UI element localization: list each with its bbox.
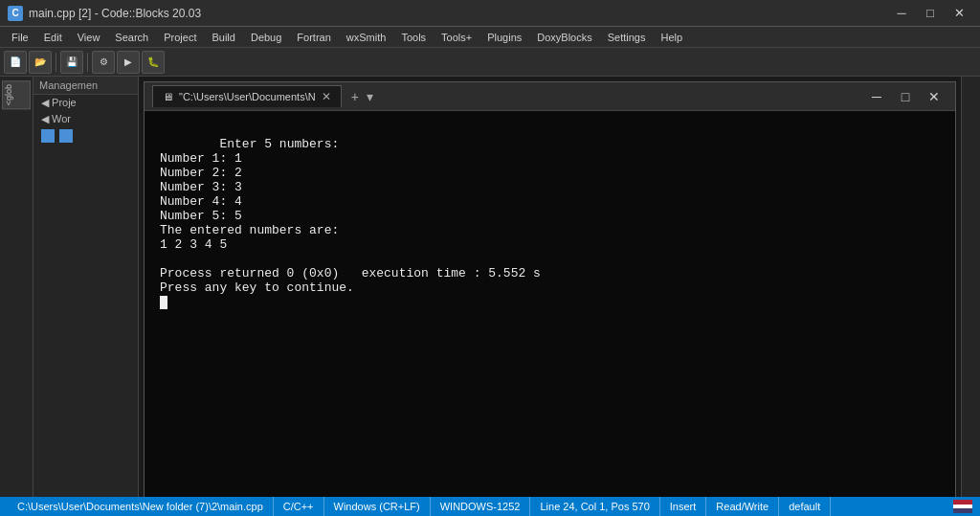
toolbar-new-button[interactable]: 📄	[4, 51, 27, 74]
menu-project[interactable]: Project	[156, 30, 204, 45]
menu-search[interactable]: Search	[107, 30, 156, 45]
terminal-titlebar: 🖥 "C:\Users\User\Documents\N ✕ + ▾ ─ □ ✕	[145, 82, 955, 111]
right-panel	[961, 77, 980, 516]
menu-wxsmith[interactable]: wxSmith	[339, 30, 394, 45]
management-header: Managemen	[33, 77, 138, 95]
ide-close-button[interactable]: ✕	[946, 4, 972, 23]
ide-maximize-button[interactable]: □	[917, 4, 944, 23]
status-position: Line 24, Col 1, Pos 570	[530, 497, 659, 516]
menu-doxyblocks[interactable]: DoxyBlocks	[529, 30, 599, 45]
ide-icon: C	[8, 6, 23, 21]
menu-fortran[interactable]: Fortran	[289, 30, 338, 45]
ide-titlebar: C main.cpp [2] - Code::Blocks 20.03 ─ □ …	[0, 0, 980, 27]
ide-title: main.cpp [2] - Code::Blocks 20.03	[29, 7, 888, 20]
status-access: Read/Write	[706, 497, 779, 516]
status-line-ending: Windows (CR+LF)	[324, 497, 431, 516]
terminal-tab-title: "C:\Users\User\Documents\N	[179, 91, 316, 102]
menubar: File Edit View Search Project Build Debu…	[0, 27, 980, 48]
terminal-tab[interactable]: 🖥 "C:\Users\User\Documents\N ✕	[152, 85, 342, 107]
toolbar: 📄 📂 💾 ⚙ ▶ 🐛	[0, 48, 980, 77]
status-lang: C/C++	[274, 497, 324, 516]
terminal-tab-icon: 🖥	[163, 91, 173, 102]
terminal-text: Enter 5 numbers: Number 1: 1 Number 2: 2…	[160, 137, 541, 295]
toolbar-run-button[interactable]: ▶	[117, 51, 140, 74]
terminal-controls: ─ □ ✕	[375, 86, 947, 107]
ide-titlebar-controls: ─ □ ✕	[888, 4, 972, 23]
menu-build[interactable]: Build	[204, 30, 242, 45]
management-item-icons[interactable]	[33, 127, 138, 146]
management-item-workspace[interactable]: ◀ Wor	[33, 111, 138, 127]
status-flag	[953, 500, 972, 513]
status-theme: default	[779, 497, 831, 516]
terminal-output: Enter 5 numbers: Number 1: 1 Number 2: 2…	[145, 111, 955, 510]
terminal-tabs-controls: + ▾	[349, 89, 375, 104]
menu-tools-plus[interactable]: Tools+	[434, 30, 479, 45]
main-content: 🖥 "C:\Users\User\Documents\N ✕ + ▾ ─ □ ✕…	[139, 77, 961, 516]
status-mode: Insert	[660, 497, 707, 516]
left-sidebar: <glob	[0, 77, 33, 516]
terminal-tab-close[interactable]: ✕	[322, 90, 331, 103]
terminal-tab-dropdown-button[interactable]: ▾	[365, 89, 375, 104]
menu-debug[interactable]: Debug	[243, 30, 289, 45]
menu-tools[interactable]: Tools	[393, 30, 434, 45]
management-panel: Managemen ◀ Proje ◀ Wor	[33, 77, 139, 516]
terminal-minimize-button[interactable]: ─	[863, 86, 890, 107]
terminal-add-tab-button[interactable]: +	[349, 89, 361, 104]
toolbar-separator-1	[56, 53, 56, 72]
terminal-window: 🖥 "C:\Users\User\Documents\N ✕ + ▾ ─ □ ✕…	[144, 81, 956, 511]
ide-body: <glob Managemen ◀ Proje ◀ Wor 🖥 "C:\User…	[0, 77, 980, 516]
ide-minimize-button[interactable]: ─	[888, 4, 915, 23]
menu-settings[interactable]: Settings	[600, 30, 654, 45]
terminal-cursor	[160, 296, 167, 309]
menu-help[interactable]: Help	[653, 30, 690, 45]
terminal-close-button[interactable]: ✕	[921, 86, 947, 107]
toolbar-debug-button[interactable]: 🐛	[142, 51, 165, 74]
menu-edit[interactable]: Edit	[36, 30, 70, 45]
sidebar-tab-global[interactable]: <glob	[2, 80, 31, 109]
status-encoding: WINDOWS-1252	[431, 497, 531, 516]
menu-plugins[interactable]: Plugins	[479, 30, 529, 45]
statusbar: C:\Users\User\Documents\New folder (7)\2…	[0, 497, 980, 516]
toolbar-build-button[interactable]: ⚙	[92, 51, 115, 74]
toolbar-separator-2	[87, 53, 88, 72]
status-filepath: C:\Users\User\Documents\New folder (7)\2…	[8, 497, 274, 516]
toolbar-open-button[interactable]: 📂	[29, 51, 52, 74]
terminal-maximize-button[interactable]: □	[892, 86, 919, 107]
management-item-projects[interactable]: ◀ Proje	[33, 95, 138, 111]
menu-view[interactable]: View	[70, 30, 108, 45]
toolbar-save-button[interactable]: 💾	[60, 51, 83, 74]
menu-file[interactable]: File	[4, 30, 36, 45]
